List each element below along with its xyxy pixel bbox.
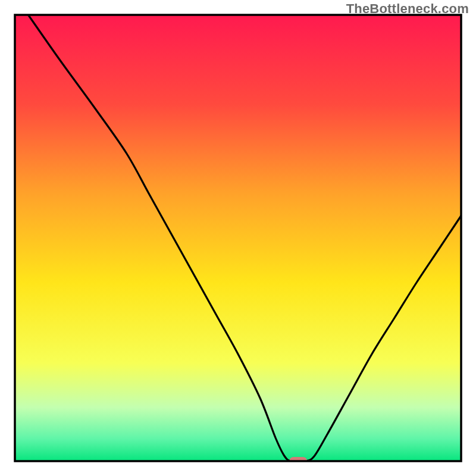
gradient-background: [15, 15, 461, 461]
chart-svg: [0, 0, 476, 476]
bottleneck-chart: TheBottleneck.com: [0, 0, 476, 476]
watermark-label: TheBottleneck.com: [346, 1, 469, 17]
